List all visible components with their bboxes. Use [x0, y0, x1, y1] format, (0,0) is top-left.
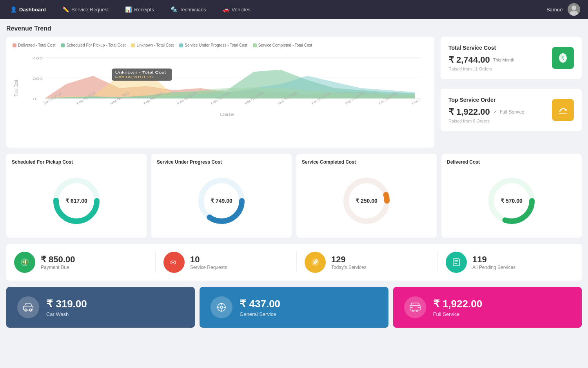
nav-service-request[interactable]: ✏️ Service Request	[60, 5, 111, 14]
mini-stat-service-requests: ✉ 10 Service Requests	[155, 252, 292, 273]
donut-wrapper-0: ₹ 617.00	[12, 170, 141, 232]
right-stats: Total Service Cost ₹ 2,744.00 This Month…	[441, 37, 582, 148]
svg-text:200: 200	[33, 76, 43, 81]
top-service-order-sub: Raised from 6 Orders	[448, 119, 524, 123]
service-requests-icon: ✉	[163, 252, 185, 273]
svg-text:✉: ✉	[170, 259, 176, 267]
svg-text:💵: 💵	[22, 258, 29, 266]
general-service-icon	[211, 296, 232, 318]
mini-stat-pending-services: 119 All Pending Services	[437, 252, 574, 273]
main-content: Revenue Trend Delivered - Total Cost Sch…	[0, 19, 588, 334]
mini-stat-payment-due-info: ₹ 850.00 Payment Due	[41, 254, 75, 270]
payment-due-icon: 💵	[14, 252, 35, 273]
legend-scheduled: Scheduled For Pickup - Total Cost	[61, 43, 125, 47]
top-row: Delivered - Total Cost Scheduled For Pic…	[6, 37, 582, 148]
mini-stat-todays-services: 129 Today's Services	[296, 252, 433, 273]
legend-unknown: Unknown - Total Cost	[131, 43, 174, 47]
donut-card-3: Delivered Cost ₹ 570.00	[441, 154, 582, 238]
top-service-order-info: Top Service Order ₹ 1,922.00 ↗ Full Serv…	[448, 97, 524, 123]
svg-text:Date: Date	[220, 112, 234, 117]
service-request-icon: ✏️	[62, 6, 69, 13]
donut-wrapper-3: ₹ 570.00	[447, 170, 576, 232]
legend-under-progress: Service Under Progress - Total Cost	[179, 43, 247, 47]
svg-text:0: 0	[33, 97, 36, 101]
car-wash-icon	[17, 296, 39, 318]
top-service-order-amount: ₹ 1,922.00	[448, 107, 490, 117]
total-service-cost-sub: Raised from 11 Orders	[448, 67, 514, 71]
donut-row: Scheduled For Pickup Cost ₹ 617.00 Servi…	[6, 154, 582, 238]
donut-card-2: Service Completed Cost ₹ 250.00	[296, 154, 437, 238]
svg-text:400: 400	[33, 56, 43, 60]
svg-text:Total Cost: Total Cost	[13, 80, 19, 96]
pending-services-icon	[446, 252, 467, 273]
total-service-cost-card: Total Service Cost ₹ 2,744.00 This Month…	[441, 37, 582, 79]
todays-services-icon	[305, 252, 326, 273]
legend-completed: Service Completed - Total Cost	[253, 43, 312, 47]
total-service-cost-period: This Month	[493, 58, 514, 62]
bottom-card-full-service[interactable]: ₹ 1,922.00 Full Service	[393, 287, 582, 328]
nav-vehicles[interactable]: 🚗 Vehicles	[220, 5, 253, 14]
chart-card: Delivered - Total Cost Scheduled For Pic…	[6, 37, 434, 148]
general-service-info: ₹ 437.00 General Service	[240, 298, 280, 317]
bottom-card-car-wash[interactable]: ₹ 319.00 Car Wash	[6, 287, 195, 328]
svg-rect-23	[112, 69, 172, 81]
bottom-card-general-service[interactable]: ₹ 437.00 General Service	[200, 287, 388, 328]
svg-point-44	[25, 309, 27, 311]
donut-wrapper-2: ₹ 250.00	[302, 170, 431, 232]
nav-dashboard[interactable]: 👤 Dashboard	[8, 5, 48, 14]
mini-stat-pending-services-info: 119 All Pending Services	[472, 254, 515, 270]
full-service-info: ₹ 1,922.00 Full Service	[433, 298, 482, 317]
mini-stat-payment-due: 💵 ₹ 850.00 Payment Due	[14, 252, 151, 273]
top-service-order-label: Top Service Order	[448, 97, 524, 103]
svg-point-41	[314, 262, 316, 263]
mini-stat-todays-services-info: 129 Today's Services	[331, 254, 367, 270]
revenue-trend-title: Revenue Trend	[6, 25, 582, 32]
top-service-order-type: Full Service	[500, 109, 524, 115]
stats-row: 💵 ₹ 850.00 Payment Due ✉ 10 Service Requ…	[6, 244, 582, 281]
bottom-row: ₹ 319.00 Car Wash ₹ 437.00 General Servi…	[6, 287, 582, 328]
svg-text:Feb 09,2018  50: Feb 09,2018 50	[115, 76, 153, 79]
svg-point-45	[29, 309, 32, 311]
car-wash-info: ₹ 319.00 Car Wash	[46, 298, 87, 317]
total-service-cost-info: Total Service Cost ₹ 2,744.00 This Month…	[448, 45, 514, 71]
mini-stat-service-requests-info: 10 Service Requests	[190, 254, 227, 270]
top-service-order-card: Top Service Order ₹ 1,922.00 ↗ Full Serv…	[441, 89, 582, 131]
chart-legend: Delivered - Total Cost Scheduled For Pic…	[13, 43, 428, 47]
donut-wrapper-1: ₹ 749.00	[157, 170, 286, 232]
svg-rect-42	[453, 259, 459, 266]
svg-point-1	[572, 5, 576, 10]
avatar[interactable]	[568, 3, 580, 16]
legend-delivered: Delivered - Total Cost	[13, 43, 55, 47]
technicians-icon: 🔩	[171, 6, 177, 13]
vehicles-icon: 🚗	[223, 6, 229, 13]
receipts-icon: 📊	[125, 6, 132, 13]
top-service-order-icon	[552, 99, 574, 121]
full-service-icon	[404, 296, 426, 318]
nav-user: Samuel	[546, 3, 580, 16]
total-service-cost-icon: ₹	[552, 47, 574, 69]
total-service-cost-amount: ₹ 2,744.00	[448, 55, 490, 65]
donut-card-0: Scheduled For Pickup Cost ₹ 617.00	[6, 154, 147, 238]
dashboard-icon: 👤	[10, 6, 17, 13]
navbar: 👤 Dashboard ✏️ Service Request 📊 Receipt…	[0, 0, 588, 19]
nav-technicians[interactable]: 🔩 Technicians	[168, 5, 209, 14]
chart-area: 400 200 0 Total Cost	[13, 51, 428, 141]
svg-text:₹: ₹	[561, 55, 564, 61]
donut-card-1: Service Under Progress Cost ₹ 749.00	[151, 154, 292, 238]
svg-point-28	[565, 109, 567, 111]
svg-text:Unknown - Total Cost: Unknown - Total Cost	[115, 71, 167, 74]
nav-receipts[interactable]: 📊 Receipts	[123, 5, 156, 14]
svg-text:Nov...: Nov...	[410, 97, 423, 105]
svg-point-47	[220, 306, 223, 308]
